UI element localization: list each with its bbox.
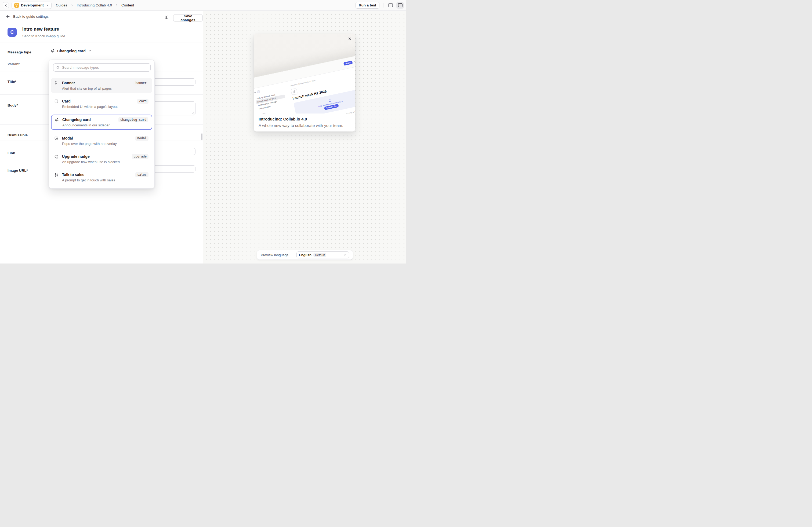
docs-button[interactable]	[163, 14, 170, 21]
preview-panel: Share 2025 Q2 Launch dates	[203, 11, 406, 264]
image-url-label: Image URL*	[8, 168, 28, 172]
toggle-left-panel-button[interactable]	[387, 2, 394, 9]
top-bar: Development Guides Introducing Collab 4.…	[0, 0, 406, 11]
main-area: Back to guide settings Save changes C In…	[0, 11, 406, 264]
chevron-left-icon	[4, 3, 8, 7]
language-variant-badge: Default	[313, 253, 326, 257]
breadcrumb-guides[interactable]: Guides	[56, 3, 68, 7]
chevron-down-icon	[46, 4, 49, 7]
dismissible-label: Dismissible	[8, 133, 28, 137]
topbar-divider	[383, 3, 383, 7]
preview-image-area: Share 2025 Q2 Launch dates	[254, 33, 355, 114]
card-icon	[54, 99, 59, 109]
dropdown-divider	[49, 76, 155, 76]
git-branch-icon	[14, 3, 19, 8]
changelog-preview-card: Share 2025 Q2 Launch dates	[254, 33, 355, 132]
new-doc-button	[257, 90, 260, 93]
breadcrumb-separator-icon	[115, 4, 118, 7]
chevron-down-icon	[88, 49, 91, 52]
environment-switcher[interactable]: Development	[12, 2, 52, 9]
option-key-badge: modal	[135, 136, 148, 141]
back-link-label: Back to guide settings	[13, 15, 48, 18]
message-type-option-modal[interactable]: Modal Pops-over the page with an overlay…	[51, 133, 152, 148]
option-name: Card	[62, 99, 71, 103]
book-icon	[164, 15, 169, 20]
guide-avatar: C	[8, 28, 17, 37]
history-icon	[354, 60, 355, 63]
search-icon	[254, 91, 256, 94]
arrow-left-icon	[6, 15, 10, 18]
preview-language-bar: Preview language English Default	[257, 250, 353, 260]
language-select[interactable]: English Default	[296, 252, 349, 258]
modal-icon	[54, 136, 59, 146]
title-label: Title*	[8, 80, 16, 84]
back-to-guide-settings-link[interactable]: Back to guide settings	[6, 15, 48, 18]
search-icon	[56, 66, 60, 70]
guide-subtitle: Send to Knock in-app guide	[22, 34, 65, 38]
message-type-option-talk-to-sales[interactable]: Talk to sales A prompt to get in touch w…	[51, 170, 152, 185]
chevron-down-icon	[343, 253, 347, 257]
search-input[interactable]	[62, 65, 148, 70]
option-description: Embedded UI within a page’s layout	[62, 105, 118, 109]
close-icon	[348, 37, 352, 41]
option-description: Alert that sits on top of all pages	[62, 86, 112, 90]
link-label: Link	[8, 151, 15, 155]
megaphone-icon	[50, 48, 55, 53]
preview-card-title: Introducing: Collab.io 4.0	[259, 117, 307, 121]
list-icon	[54, 172, 59, 182]
embedded-screenshot: Share 2025 Q2 Launch dates	[254, 44, 355, 114]
message-type-option-banner[interactable]: Banner Alert that sits on top of all pag…	[51, 78, 152, 93]
preview-close-button[interactable]	[347, 36, 352, 42]
option-key-badge: card	[137, 99, 148, 104]
preview-language-label: Preview language	[261, 253, 288, 257]
breadcrumb-content[interactable]: Content	[121, 3, 134, 7]
breadcrumb-separator-icon	[71, 4, 74, 7]
left-panel-icon	[388, 3, 393, 7]
option-description: A prompt to get in touch with sales	[62, 178, 115, 182]
message-type-value: Changelog card	[57, 49, 86, 53]
option-name: Banner	[62, 81, 75, 85]
toggle-right-panel-button[interactable]	[396, 2, 404, 9]
option-name: Changelog card	[62, 118, 91, 122]
body-label: Body*	[8, 103, 18, 107]
resize-handle-icon[interactable]	[192, 112, 194, 115]
option-key-badge: changelog-card	[118, 117, 148, 122]
message-type-label: Message type	[8, 50, 31, 54]
message-type-selector[interactable]: Changelog card	[50, 48, 91, 53]
flag-icon	[54, 80, 59, 90]
variant-label: Variant	[8, 62, 19, 66]
save-changes-button[interactable]: Save changes	[173, 14, 203, 21]
environment-label: Development	[21, 3, 44, 7]
option-key-badge: sales	[135, 172, 148, 177]
share-button: Share	[343, 61, 352, 66]
option-key-badge: upgrade	[132, 154, 148, 159]
panel-scrollbar-thumb[interactable]	[201, 133, 202, 140]
option-name: Talk to sales	[62, 172, 84, 177]
message-type-option-card[interactable]: Card Embedded UI within a page’s layout …	[51, 96, 152, 111]
upload-icon	[328, 99, 332, 102]
message-type-option-upgrade-nudge[interactable]: Upgrade nudge An upgrade flow when use i…	[51, 152, 152, 166]
breadcrumb: Guides Introducing Collab 4.0 Content	[56, 3, 134, 7]
message-type-option-changelog-card[interactable]: Changelog card Announcements in our side…	[51, 115, 152, 130]
rocket-icon	[291, 88, 298, 95]
content-editor-panel: Back to guide settings Save changes C In…	[0, 11, 203, 264]
language-value: English	[299, 253, 311, 257]
option-name: Modal	[62, 136, 73, 140]
app-window: Development Guides Introducing Collab 4.…	[0, 0, 406, 264]
message-type-search[interactable]	[53, 63, 151, 72]
message-type-list: Banner Alert that sits on top of all pag…	[51, 78, 152, 188]
right-panel-icon	[398, 3, 403, 7]
guide-title: Intro new feature	[22, 27, 59, 32]
breadcrumb-guide-name[interactable]: Introducing Collab 4.0	[77, 3, 112, 7]
option-description: Pops-over the page with an overlay	[62, 142, 117, 146]
option-name: Upgrade nudge	[62, 154, 90, 159]
option-description: Announcements in our sidebar	[62, 123, 110, 127]
option-key-badge: banner	[133, 80, 148, 86]
option-description: An upgrade flow when use is blocked	[62, 160, 120, 164]
run-a-test-button[interactable]: Run a test	[356, 2, 379, 9]
message-type-dropdown: Banner Alert that sits on top of all pag…	[48, 60, 155, 189]
preview-card-subtitle: A whole new way to collaborate with your…	[259, 123, 343, 128]
upgrade-icon	[54, 154, 59, 164]
megaphone-icon	[55, 117, 59, 127]
history-back-button[interactable]	[3, 2, 9, 8]
